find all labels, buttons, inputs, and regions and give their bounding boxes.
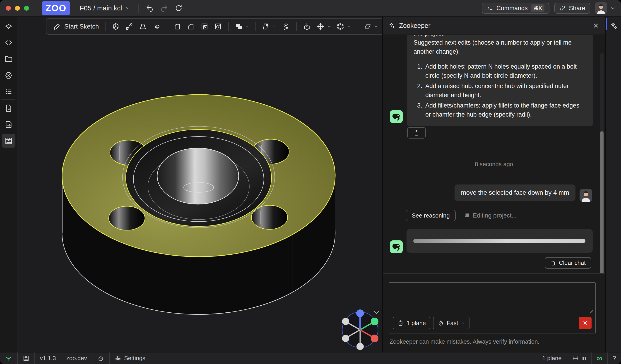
sidebar-item-variables[interactable] [2,69,15,82]
start-sketch-button[interactable]: Start Sketch [52,21,101,32]
settings-button[interactable]: Settings [110,352,150,364]
clear-chat-button[interactable]: Clear chat [545,257,591,269]
reload-button[interactable] [175,4,183,12]
timer-button[interactable] [92,352,110,364]
plane-tools-button[interactable] [362,21,380,32]
version-button[interactable]: v1.1.3 [35,352,61,364]
site-link-button[interactable]: zoo.dev [61,352,92,364]
gizmo-menu-chevron-icon[interactable] [374,311,379,314]
context-planes-button[interactable]: 1 plane [393,317,430,329]
see-reasoning-button[interactable]: See reasoning [406,210,456,221]
gizmo-axis-z[interactable] [356,309,364,317]
chat-input[interactable] [391,284,587,309]
share-button[interactable]: Share [554,3,590,14]
sidebar-item-project-files[interactable] [2,52,15,66]
chamfer-button[interactable] [185,21,197,32]
pattern-button[interactable] [335,21,352,32]
close-window-button[interactable] [6,6,11,11]
chat-composer-region: 1 plane Fast ✕ Zookeeper can make mistak… [383,273,605,352]
commands-label: Commands [497,5,528,12]
sweep-icon [125,22,133,31]
sweep-button[interactable] [124,21,135,32]
loft-icon [139,22,147,31]
chevron-down-icon [374,24,378,29]
start-sketch-label: Start Sketch [64,23,99,30]
clipboard-icon [413,130,420,136]
shell-icon [200,22,208,31]
sidebar-item-kcl-code[interactable] [2,36,15,49]
insert-button[interactable] [301,21,312,32]
sidebar-item-logs[interactable] [2,85,15,99]
chat-message-list[interactable]: tive project. Suggested next edits (choo… [383,35,605,273]
undo-button[interactable] [146,4,154,12]
mode-select-button[interactable]: Fast [433,317,469,329]
folder-icon [4,55,13,63]
account-chevron-down-icon[interactable] [610,5,616,11]
zoo-logo[interactable]: ZOO [42,1,70,16]
stop-generation-button[interactable]: ✕ [579,317,592,329]
extrude-icon [112,22,120,31]
resize-handle[interactable] [589,309,593,314]
helix-button[interactable] [280,21,292,32]
suggestion-item: Add bolt holes: pattern N holes equally … [424,62,586,80]
gizmo-axis-neg-z[interactable] [357,343,364,350]
scene-canvas [18,17,382,352]
user-account-avatar[interactable] [595,2,607,14]
gizmo-axis-neg-x[interactable] [342,318,349,325]
see-reasoning-label: See reasoning [412,212,450,219]
file-download-icon [4,104,13,113]
gizmo-axis-x[interactable] [371,335,379,342]
sliders-icon [115,355,121,362]
viewport-3d[interactable]: Start Sketch [18,17,382,352]
boolean-button[interactable] [233,21,251,32]
sidebar-divider [1,99,15,100]
context-planes-label: 1 plane [407,320,426,327]
wifi-icon [5,355,12,362]
offset-plane-button[interactable] [260,21,278,32]
toggle-zookeeper-button[interactable] [607,19,621,33]
copy-message-button[interactable] [407,127,426,139]
move-button[interactable] [315,21,332,32]
fillet-button[interactable] [172,21,183,32]
chat-scrollbar[interactable] [600,53,604,273]
user-avatar [580,189,592,202]
help-button[interactable]: ? [607,352,621,364]
machine-status-button[interactable] [18,352,35,364]
chevron-down-icon [245,24,249,29]
chevron-down-icon [125,6,130,11]
loft-button[interactable] [137,21,149,32]
hole-button[interactable] [212,21,224,32]
laptop-icon [464,212,471,219]
network-status-button[interactable] [0,352,18,364]
stream-status-button[interactable]: ∞ [591,352,607,364]
view-gizmo[interactable] [342,309,379,350]
window-controls [6,6,29,11]
minimize-window-button[interactable] [15,6,20,11]
site-label: zoo.dev [66,355,87,362]
units-button[interactable]: in [567,352,591,364]
plane-icon [262,22,270,31]
project-breadcrumb[interactable]: F05 / main.kcl [80,4,130,12]
sidebar-item-make-3d-print[interactable] [2,134,15,148]
commands-shortcut: ⌘K [531,4,544,12]
plane-count-button[interactable]: 1 plane [537,352,567,364]
redo-button[interactable] [160,4,168,12]
revolve-button[interactable] [151,21,162,32]
terminal-icon [487,5,493,11]
version-label: v1.1.3 [40,355,56,362]
zoom-window-button[interactable] [24,6,29,11]
chat-scrollbar-thumb[interactable] [600,131,604,273]
code-icon [4,38,13,47]
sidebar-item-feature-tree[interactable] [2,20,15,34]
commands-button[interactable]: Commands ⌘K [482,3,550,14]
extrude-button[interactable] [110,21,121,32]
feature-tree-icon [4,23,13,31]
flange-model[interactable] [62,95,335,314]
sidebar-item-export[interactable] [2,118,15,131]
close-panel-button[interactable]: ✕ [593,22,599,30]
gizmo-axis-y[interactable] [371,318,379,325]
message-timestamp: 8 seconds ago [383,161,605,168]
shell-button[interactable] [199,21,210,32]
sidebar-item-add-file[interactable] [2,101,15,115]
gizmo-axis-neg-y[interactable] [342,335,349,342]
